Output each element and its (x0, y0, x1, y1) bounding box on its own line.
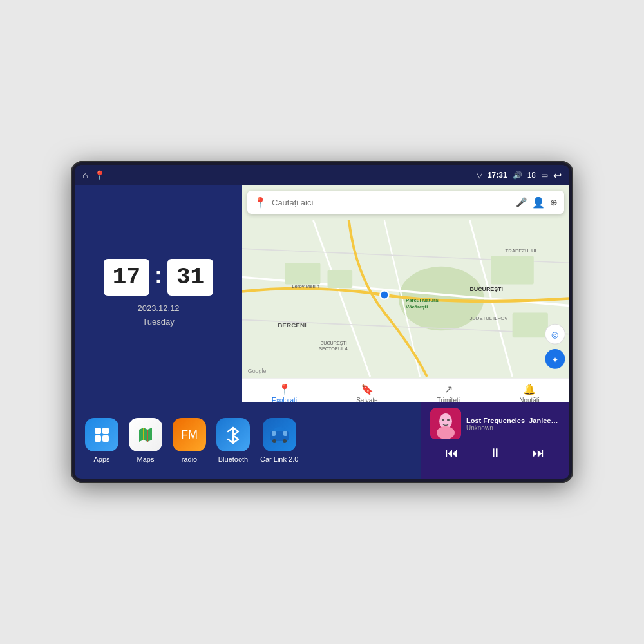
svg-rect-33 (283, 431, 287, 436)
svg-text:Leroy Merlin: Leroy Merlin (292, 283, 319, 289)
album-art (430, 408, 461, 439)
map-tab-share[interactable]: ↗ Trimiteți (437, 383, 460, 402)
svg-rect-10 (491, 256, 534, 284)
map-search-bar[interactable]: 📍 🎤 👤 ⊕ (247, 191, 564, 214)
map-tab-saved[interactable]: 🔖 Salvate (356, 383, 377, 402)
svg-text:JUDEȚUL ILFOV: JUDEȚUL ILFOV (469, 316, 508, 321)
layers-icon[interactable]: ⊕ (550, 197, 558, 207)
back-icon[interactable]: ↩ (553, 169, 562, 182)
play-pause-button[interactable]: ⏸ (489, 446, 502, 460)
maps-app-icon (129, 418, 162, 451)
map-body: BERCENI BUCUREȘTI JUDEȚUL ILFOV TRAPEZUL… (242, 219, 569, 378)
main-content: 17 : 31 2023.12.12 Tuesday 📍 🎤 (75, 185, 569, 479)
music-controls: ⏮ ⏸ ⏭ (430, 443, 560, 463)
device-frame: ⌂ 📍 ▽ 17:31 🔊 18 ▭ ↩ 17 : (71, 161, 573, 483)
mic-icon[interactable]: 🎤 (516, 197, 527, 207)
music-player: Lost Frequencies_Janieck Devy-... Unknow… (421, 402, 569, 479)
svg-point-35 (283, 439, 287, 443)
clock-display: 17 : 31 (104, 259, 213, 296)
status-time: 17:31 (488, 171, 507, 180)
app-item-bluetooth[interactable]: Bluetooth (216, 418, 250, 463)
updates-icon: 🔔 (523, 383, 536, 395)
svg-rect-28 (102, 428, 109, 434)
svg-point-39 (442, 419, 444, 421)
maps-logo-icon: 📍 (254, 196, 267, 209)
svg-point-34 (272, 439, 276, 443)
svg-point-38 (437, 426, 455, 439)
app-item-maps[interactable]: Maps (129, 418, 162, 463)
clock-minute: 31 (167, 259, 213, 296)
battery-icon: ▭ (541, 171, 548, 180)
svg-rect-9 (328, 270, 353, 288)
svg-rect-32 (272, 431, 276, 436)
status-bar: ⌂ 📍 ▽ 17:31 🔊 18 ▭ ↩ (75, 165, 569, 185)
radio-icon: FM (173, 418, 206, 451)
svg-point-40 (447, 419, 450, 421)
explore-icon: 📍 (278, 383, 291, 395)
svg-text:TRAPEZULUI: TRAPEZULUI (506, 248, 536, 254)
clock-date: 2023.12.12 Tuesday (137, 302, 179, 329)
location-icon[interactable]: 📍 (94, 170, 105, 180)
apps-icon (85, 418, 118, 451)
music-title: Lost Frequencies_Janieck Devy-... (466, 417, 560, 424)
clock-colon: : (155, 262, 162, 289)
battery-level: 18 (527, 171, 536, 180)
signal-icon: ▽ (477, 171, 482, 180)
svg-rect-27 (95, 428, 101, 434)
apps-label: Apps (93, 455, 109, 463)
svg-text:Google: Google (248, 368, 267, 374)
app-item-apps[interactable]: Apps (85, 418, 118, 463)
bluetooth-label: Bluetooth (218, 455, 248, 463)
svg-rect-30 (102, 435, 109, 442)
music-artist: Unknown (466, 424, 560, 431)
svg-text:BUCUREȘTI: BUCUREȘTI (469, 286, 503, 292)
map-tab-updates[interactable]: 🔔 Noutăți (519, 383, 540, 402)
screen: ⌂ 📍 ▽ 17:31 🔊 18 ▭ ↩ 17 : (75, 165, 569, 479)
home-icon[interactable]: ⌂ (82, 170, 88, 180)
map-search-input[interactable] (272, 198, 511, 207)
svg-point-22 (380, 290, 388, 299)
apps-row: Apps Maps (75, 402, 421, 479)
prev-button[interactable]: ⏮ (446, 446, 459, 460)
svg-rect-29 (95, 435, 101, 442)
account-icon[interactable]: 👤 (532, 196, 545, 209)
bluetooth-icon (216, 418, 250, 451)
svg-text:Parcul Natural: Parcul Natural (406, 298, 439, 303)
next-button[interactable]: ⏭ (532, 446, 545, 460)
maps-label: Maps (137, 455, 155, 463)
top-section: 17 : 31 2023.12.12 Tuesday 📍 🎤 (75, 185, 569, 402)
radio-label: radio (182, 455, 197, 463)
map-svg: BERCENI BUCUREȘTI JUDEȚUL ILFOV TRAPEZUL… (242, 219, 569, 378)
map-tab-explore[interactable]: 📍 Explorați (272, 383, 297, 402)
volume-icon: 🔊 (513, 171, 522, 180)
music-text: Lost Frequencies_Janieck Devy-... Unknow… (466, 417, 560, 431)
svg-rect-11 (513, 313, 548, 338)
carlink-label: Car Link 2.0 (260, 455, 298, 463)
map-widget[interactable]: 📍 🎤 👤 ⊕ (242, 185, 569, 402)
svg-text:Văcărești: Văcărești (406, 304, 428, 310)
svg-text:✦: ✦ (552, 355, 558, 365)
share-icon: ↗ (444, 383, 453, 395)
carlink-icon (263, 418, 296, 451)
bottom-section: Apps Maps (75, 402, 569, 479)
svg-text:BERCENI: BERCENI (278, 321, 307, 328)
svg-text:BUCUREȘTI: BUCUREȘTI (320, 341, 346, 346)
svg-rect-8 (285, 263, 320, 284)
saved-icon: 🔖 (361, 383, 374, 395)
svg-text:SECTORUL 4: SECTORUL 4 (319, 346, 348, 352)
app-item-radio[interactable]: FM radio (173, 418, 206, 463)
clock-widget: 17 : 31 2023.12.12 Tuesday (75, 185, 242, 402)
status-right-info: ▽ 17:31 🔊 18 ▭ ↩ (477, 169, 562, 182)
svg-text:◎: ◎ (551, 330, 558, 339)
app-item-carlink[interactable]: Car Link 2.0 (260, 418, 298, 463)
map-bottom-bar: 📍 Explorați 🔖 Salvate ↗ Trimiteți 🔔 (242, 378, 569, 402)
clock-hour: 17 (104, 259, 149, 296)
music-info: Lost Frequencies_Janieck Devy-... Unknow… (430, 408, 560, 439)
status-left-icons: ⌂ 📍 (82, 170, 105, 180)
